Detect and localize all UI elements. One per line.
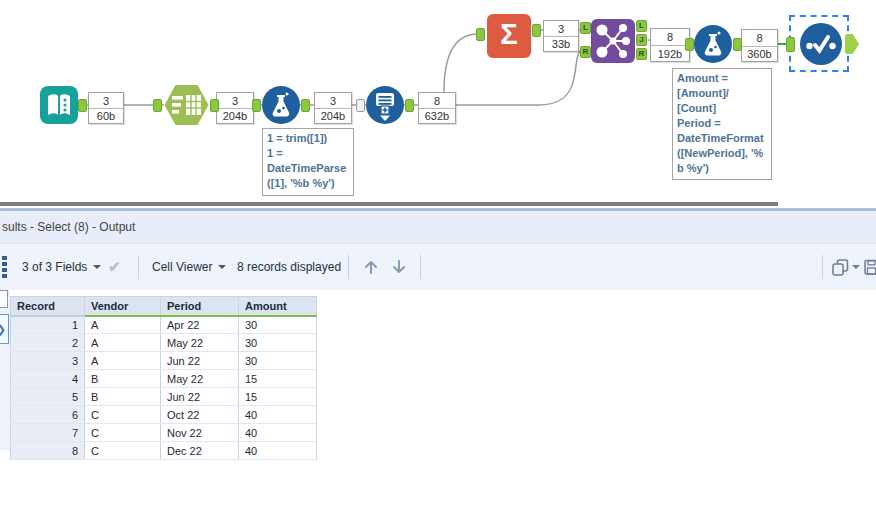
amount-cell[interactable]: 40	[239, 424, 317, 442]
amount-cell[interactable]: 30	[239, 334, 317, 352]
panel-toggle-icon[interactable]	[0, 290, 8, 308]
amount-cell[interactable]: 15	[239, 370, 317, 388]
record-cell[interactable]: 4	[11, 370, 85, 388]
vendor-cell[interactable]: A	[85, 352, 161, 370]
column-header-amount[interactable]: Amount	[239, 297, 317, 316]
input-data-tool[interactable]	[40, 86, 78, 128]
vendor-cell[interactable]: C	[85, 442, 161, 460]
connection-count-5[interactable]: 3 33b	[543, 20, 579, 52]
join-input-right-anchor[interactable]: R	[580, 46, 591, 58]
formula2-annotation[interactable]: Amount = [Amount]/ [Count] Period = Date…	[672, 68, 772, 180]
connection-count-7[interactable]: 8 360b	[741, 29, 778, 62]
connection-count-1[interactable]: 3 60b	[88, 92, 124, 124]
period-cell[interactable]: May 22	[161, 334, 239, 352]
join-input-left-anchor[interactable]: L	[580, 22, 591, 34]
period-cell[interactable]: Jun 22	[161, 388, 239, 406]
arrow-down-icon[interactable]	[391, 259, 407, 275]
layout-grid-icon[interactable]	[0, 255, 8, 279]
period-cell[interactable]: Apr 22	[161, 316, 239, 334]
chevron-down-icon	[852, 265, 860, 269]
fields-dropdown[interactable]: 3 of 3 Fields	[22, 244, 101, 290]
formula-input-anchor[interactable]	[252, 99, 261, 112]
table-row[interactable]: 2 A May 22 30	[11, 334, 317, 352]
arrow-up-icon[interactable]	[363, 259, 379, 275]
amount-cell[interactable]: 30	[239, 316, 317, 334]
summarize-output-anchor[interactable]	[532, 24, 541, 37]
texttocolumns-input-anchor[interactable]	[153, 99, 162, 112]
record-cell[interactable]: 5	[11, 388, 85, 406]
column-header-vendor[interactable]: Vendor	[85, 297, 161, 316]
connection-count-3[interactable]: 3 204b	[314, 92, 352, 124]
vendor-cell[interactable]: C	[85, 424, 161, 442]
join-tool[interactable]	[591, 19, 635, 67]
results-data-grid[interactable]: Record Vendor Period Amount 1 A Apr 22 3…	[10, 296, 317, 460]
formula-tool[interactable]	[262, 86, 300, 128]
amount-cell[interactable]: 15	[239, 388, 317, 406]
table-row[interactable]: 5 B Jun 22 15	[11, 388, 317, 406]
record-cell[interactable]: 3	[11, 352, 85, 370]
record-cell[interactable]: 1	[11, 316, 85, 334]
summarize-input-anchor[interactable]	[476, 28, 485, 41]
formula-annotation[interactable]: 1 = trim([1]) 1 = DateTimeParse ([1], '%…	[262, 128, 354, 196]
record-cell[interactable]: 2	[11, 334, 85, 352]
join-output-right-anchor[interactable]: R	[636, 48, 647, 60]
splitter-grip[interactable]	[0, 202, 778, 206]
table-row[interactable]: 4 B May 22 15	[11, 370, 317, 388]
summarize-tool[interactable]: Σ	[487, 14, 531, 58]
connection-count-4[interactable]: 8 632b	[418, 92, 456, 124]
column-header-record[interactable]: Record	[11, 297, 85, 316]
vendor-cell[interactable]: A	[85, 334, 161, 352]
workflow-canvas[interactable]: 3 60b 3 204b	[0, 0, 876, 196]
formula2-output-anchor[interactable]	[733, 38, 742, 51]
amount-cell[interactable]: 40	[239, 406, 317, 424]
wire-generaterows-to-summarize[interactable]	[444, 34, 478, 92]
table-row[interactable]: 6 C Oct 22 40	[11, 406, 317, 424]
text-to-columns-tool[interactable]	[163, 83, 210, 131]
formula-tool-2[interactable]	[694, 25, 732, 67]
texttocolumns-output-anchor[interactable]	[210, 99, 219, 112]
select-tool[interactable]	[800, 23, 842, 69]
period-cell[interactable]: Oct 22	[161, 406, 239, 424]
select-input-anchor[interactable]	[786, 37, 795, 52]
table-row[interactable]: 3 A Jun 22 30	[11, 352, 317, 370]
period-cell[interactable]: Dec 22	[161, 442, 239, 460]
record-cell[interactable]: 6	[11, 406, 85, 424]
toolbar-separator	[348, 255, 349, 279]
copy-dropdown-button[interactable]	[832, 244, 860, 290]
formula-tool-icon	[262, 86, 300, 124]
join-output-join-anchor[interactable]: J	[636, 34, 647, 46]
connection-count-2[interactable]: 3 204b	[216, 92, 254, 124]
generaterows-input-anchor[interactable]	[356, 99, 365, 112]
amount-cell[interactable]: 30	[239, 352, 317, 370]
select-tool-icon	[800, 23, 842, 65]
column-header-period[interactable]: Period	[161, 297, 239, 316]
connection-count-6[interactable]: 8 192b	[650, 28, 690, 62]
apply-check-icon[interactable]: ✔	[108, 244, 121, 290]
cell-viewer-dropdown[interactable]: Cell Viewer	[152, 244, 226, 290]
formula-output-anchor[interactable]	[301, 99, 310, 112]
table-row[interactable]: 7 C Nov 22 40	[11, 424, 317, 442]
save-icon	[863, 259, 876, 276]
save-dropdown-button[interactable]	[863, 244, 876, 290]
input-output-anchor[interactable]	[78, 99, 87, 112]
generaterows-output-anchor[interactable]	[405, 99, 414, 112]
amount-cell[interactable]: 40	[239, 442, 317, 460]
flyout-chevron-icon[interactable]: ❯	[0, 314, 9, 344]
table-row[interactable]: 1 A Apr 22 30	[11, 316, 317, 334]
join-output-left-anchor[interactable]: L	[636, 20, 647, 32]
record-cell[interactable]: 7	[11, 424, 85, 442]
period-cell[interactable]: Jun 22	[161, 352, 239, 370]
byte-count: 33b	[544, 36, 578, 51]
vendor-cell[interactable]: C	[85, 406, 161, 424]
formula2-input-anchor[interactable]	[685, 38, 694, 51]
table-row[interactable]: 8 C Dec 22 40	[11, 442, 317, 460]
panel-splitter[interactable]	[0, 196, 876, 211]
record-cell[interactable]: 8	[11, 442, 85, 460]
generate-rows-tool[interactable]	[366, 86, 404, 128]
input-data-tool-icon	[40, 86, 78, 124]
vendor-cell[interactable]: A	[85, 316, 161, 334]
period-cell[interactable]: May 22	[161, 370, 239, 388]
vendor-cell[interactable]: B	[85, 388, 161, 406]
vendor-cell[interactable]: B	[85, 370, 161, 388]
period-cell[interactable]: Nov 22	[161, 424, 239, 442]
